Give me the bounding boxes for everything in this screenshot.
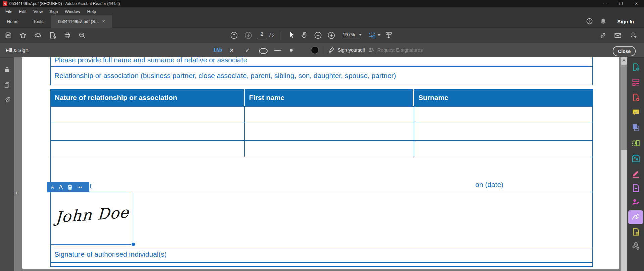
table-cell[interactable] xyxy=(414,123,592,140)
minimize-button[interactable]: — xyxy=(598,0,613,7)
save-to-cloud-icon[interactable] xyxy=(34,32,42,39)
menu-window[interactable]: Window xyxy=(61,8,84,15)
table-cell[interactable] xyxy=(414,141,592,157)
dot-icon[interactable] xyxy=(290,49,293,52)
trash-icon[interactable] xyxy=(67,184,73,191)
table-header-surname: Surname xyxy=(414,89,593,106)
toolbar-divider xyxy=(281,30,281,40)
add-text-icon[interactable]: IAb xyxy=(213,47,222,53)
attachments-icon[interactable] xyxy=(3,96,11,104)
save-icon[interactable] xyxy=(5,32,12,39)
signature-resize-handle[interactable] xyxy=(131,242,136,247)
font-decrease-button[interactable]: A xyxy=(51,185,54,190)
tab-close-icon[interactable]: ✕ xyxy=(102,19,105,24)
search-icon[interactable] xyxy=(78,32,86,39)
cross-icon[interactable]: ✕ xyxy=(229,47,234,54)
more-options-button[interactable]: ••• xyxy=(77,185,82,189)
signature-context-toolbar: A A ••• xyxy=(47,182,89,192)
prepare-form-icon[interactable] xyxy=(630,226,641,237)
request-esignatures-button[interactable]: Request E-signatures xyxy=(368,46,423,54)
add-account-icon[interactable] xyxy=(629,31,637,39)
form-line xyxy=(50,266,593,267)
menu-view[interactable]: View xyxy=(30,8,46,15)
compress-pdf-icon[interactable] xyxy=(630,153,641,164)
filled-dot-icon[interactable] xyxy=(311,47,318,54)
table-cell[interactable] xyxy=(245,141,414,157)
request-signatures-icon[interactable] xyxy=(630,197,641,207)
left-tool-rail xyxy=(0,57,14,271)
protect-pdf-icon[interactable] xyxy=(630,182,641,193)
sign-yourself-button[interactable]: Sign yourself xyxy=(328,46,365,54)
print-icon[interactable] xyxy=(64,32,71,39)
fit-width-caret-icon[interactable] xyxy=(378,34,380,36)
tab-tools[interactable]: Tools xyxy=(25,15,51,28)
form-line xyxy=(50,262,593,263)
scroll-up-arrow-icon[interactable] xyxy=(622,59,626,61)
page-display-icon[interactable] xyxy=(384,31,393,40)
share-link-icon[interactable] xyxy=(599,31,607,39)
more-tools-icon[interactable] xyxy=(630,240,641,251)
security-lock-icon[interactable] xyxy=(3,66,11,73)
table-cell[interactable] xyxy=(51,141,244,157)
menu-help[interactable]: Help xyxy=(84,8,100,15)
edit-pdf-icon[interactable] xyxy=(630,77,641,88)
notifications-bell-icon[interactable] xyxy=(600,18,607,25)
scrollbar-thumb[interactable] xyxy=(621,65,627,150)
zoom-in-icon[interactable] xyxy=(327,31,335,39)
create-pdf-icon[interactable] xyxy=(630,92,641,103)
table-cell[interactable] xyxy=(51,107,244,123)
check-icon[interactable]: ✓ xyxy=(245,47,250,54)
close-window-button[interactable]: ✕ xyxy=(629,0,644,7)
fit-width-icon[interactable] xyxy=(368,31,376,40)
font-increase-button[interactable]: A xyxy=(59,184,63,191)
form-border xyxy=(592,192,593,248)
help-icon[interactable]: ? xyxy=(586,18,593,25)
sign-in-button[interactable]: Sign In xyxy=(617,19,634,24)
sign-yourself-label: Sign yourself xyxy=(338,47,365,53)
request-esignatures-label: Request E-signatures xyxy=(377,47,423,53)
table-cell[interactable] xyxy=(245,123,414,140)
form-border xyxy=(50,57,51,67)
collapse-panel-icon[interactable]: ‹ xyxy=(15,188,18,196)
fill-and-sign-icon[interactable] xyxy=(630,212,641,222)
page-thumbnails-icon[interactable] xyxy=(3,81,11,89)
line-icon[interactable] xyxy=(274,50,281,51)
svg-text:?: ? xyxy=(588,19,590,23)
export-pdf-icon[interactable] xyxy=(630,62,641,72)
export-file-icon[interactable] xyxy=(49,32,56,39)
tab-home[interactable]: Home xyxy=(0,15,25,28)
menu-sign[interactable]: Sign xyxy=(46,8,61,15)
people-signature-icon xyxy=(368,46,375,54)
close-fill-sign-button[interactable]: Close xyxy=(613,46,636,56)
tab-document[interactable]: 0504414957.pdf (S... ✕ xyxy=(51,15,112,28)
form-line xyxy=(50,85,593,85)
document-tab-label: 0504414957.pdf (S... xyxy=(58,19,99,24)
combine-files-icon[interactable] xyxy=(630,122,641,133)
zoom-level-select[interactable]: 197% xyxy=(341,31,362,39)
table-cell[interactable] xyxy=(51,123,244,140)
email-icon[interactable] xyxy=(614,32,622,40)
favorite-star-icon[interactable] xyxy=(19,32,27,39)
relationship-table-body xyxy=(50,106,593,157)
maximize-button[interactable]: ❐ xyxy=(613,0,629,7)
zoom-out-icon[interactable] xyxy=(314,31,322,39)
next-page-icon[interactable] xyxy=(244,31,252,39)
redact-icon[interactable] xyxy=(630,168,641,179)
select-tool-icon[interactable] xyxy=(288,31,296,39)
signature-field-box[interactable]: John Doe xyxy=(50,193,133,245)
ellipse-icon[interactable] xyxy=(259,48,268,54)
form-border xyxy=(592,248,593,266)
menu-file[interactable]: File xyxy=(2,8,16,15)
table-cell[interactable] xyxy=(414,107,592,123)
menu-edit[interactable]: Edit xyxy=(16,8,30,15)
form-border xyxy=(592,57,593,67)
organize-pages-icon[interactable] xyxy=(630,138,641,148)
hand-tool-icon[interactable] xyxy=(301,31,309,39)
zoom-caret-icon xyxy=(359,34,362,36)
page-number-input[interactable]: 2 xyxy=(257,31,267,39)
comment-icon[interactable] xyxy=(630,107,641,117)
pdf-page: Please provide full name and surname of … xyxy=(22,57,619,269)
fill-sign-divider xyxy=(323,46,323,55)
table-cell[interactable] xyxy=(245,107,414,123)
previous-page-icon[interactable] xyxy=(230,31,238,39)
